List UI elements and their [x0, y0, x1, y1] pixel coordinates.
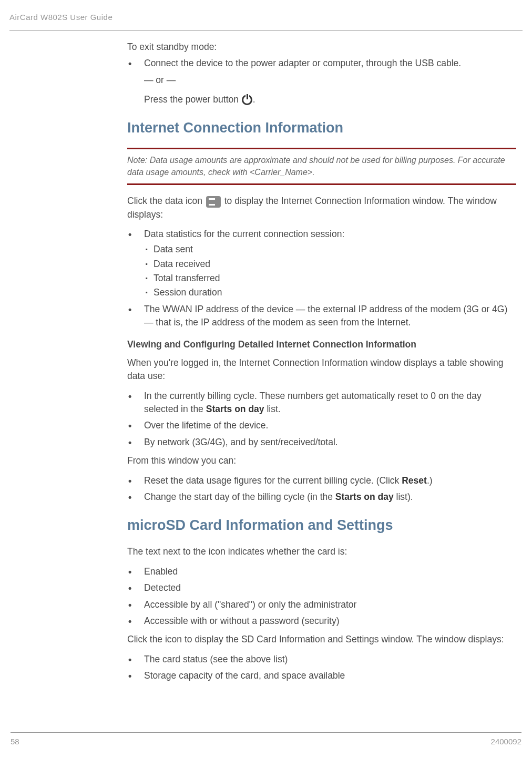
exit-standby-list: Connect the device to the power adapter …: [127, 57, 516, 106]
page-content: To exit standby mode: Connect the device…: [0, 31, 532, 683]
power-icon: [242, 95, 252, 105]
sub-item-duration: Session duration: [144, 286, 516, 299]
list-item-detected: Detected: [127, 581, 516, 595]
doc-number: 2400092: [491, 736, 521, 747]
list-item: In the currently billing cycle. These nu…: [127, 390, 516, 416]
reset-label: Reset: [402, 475, 427, 486]
press-power-post: .: [253, 94, 255, 105]
reset-post: .): [427, 475, 433, 486]
list-item-storage: Storage capacity of the card, and space …: [127, 669, 516, 682]
page-footer: 58 2400092: [0, 732, 532, 747]
microsd-heading: microSD Card Information and Settings: [127, 515, 516, 536]
list-item-enabled: Enabled: [127, 565, 516, 578]
list-item: Connect the device to the power adapter …: [127, 57, 516, 106]
sub-item-sent: Data sent: [144, 243, 516, 256]
list-item-wwan: The WWAN IP address of the device — the …: [127, 303, 516, 330]
stats-intro: Data statistics for the current connecti…: [144, 229, 344, 239]
starts-on-day-1: Starts on day: [206, 404, 264, 414]
click-pre: Click the data icon: [127, 196, 205, 206]
from-window-para: From this window you can:: [127, 454, 516, 467]
billing-pre: In the currently billing cycle. These nu…: [144, 391, 482, 414]
data-use-list: In the currently billing cycle. These nu…: [127, 390, 516, 449]
exit-standby-intro: To exit standby mode:: [127, 40, 516, 54]
press-power-line: Press the power button .: [144, 93, 516, 106]
list-item-password: Accessible with or without a password (s…: [127, 614, 516, 628]
header-title: AirCard W802S User Guide: [9, 13, 112, 22]
note-bottom-rule: [127, 183, 516, 185]
note-top-rule: [127, 148, 516, 149]
list-item-lifetime: Over the lifetime of the device.: [127, 419, 516, 432]
footer-rule: [11, 732, 521, 733]
reset-pre: Reset the data usage figures for the cur…: [144, 475, 402, 486]
window-displays-list: Data statistics for the current connecti…: [127, 228, 516, 330]
connect-device-text: Connect the device to the power adapter …: [144, 58, 461, 68]
note-label: Note:: [127, 156, 147, 165]
logged-in-para: When you're logged in, the Internet Conn…: [127, 356, 516, 383]
press-power-pre: Press the power button: [144, 94, 241, 105]
stats-sub-list: Data sent Data received Total transferre…: [144, 243, 516, 300]
billing-post: list.: [264, 404, 281, 414]
sd-window-list: The card status (see the above list) Sto…: [127, 653, 516, 683]
change-post: list).: [394, 491, 413, 502]
or-separator: — or —: [144, 74, 516, 87]
viewing-configuring-subheading: Viewing and Configuring Detailed Interne…: [127, 338, 516, 351]
page-number: 58: [11, 736, 19, 747]
sub-item-total: Total transferred: [144, 272, 516, 285]
list-item: Change the start day of the billing cycl…: [127, 490, 516, 504]
microsd-intro: The text next to the icon indicates whet…: [127, 545, 516, 558]
sub-item-received: Data received: [144, 258, 516, 271]
starts-on-day-2: Starts on day: [335, 491, 394, 502]
internet-connection-heading: Internet Connection Information: [127, 118, 516, 138]
note-text: Data usage amounts are approximate and s…: [127, 156, 505, 176]
list-item-card-status: The card status (see the above list): [127, 653, 516, 666]
note-block: Note: Data usage amounts are approximate…: [127, 155, 516, 178]
click-data-icon-para: Click the data icon to display the Inter…: [127, 194, 516, 221]
data-icon: [206, 196, 221, 208]
page-header: AirCard W802S User Guide: [0, 0, 532, 28]
list-item: Data statistics for the current connecti…: [127, 228, 516, 300]
list-item-shared: Accessible by all ("shared") or only the…: [127, 598, 516, 611]
list-item-by-network: By network (3G/4G), and by sent/received…: [127, 436, 516, 449]
list-item: Reset the data usage figures for the cur…: [127, 474, 516, 487]
from-window-list: Reset the data usage figures for the cur…: [127, 474, 516, 504]
footer-content: 58 2400092: [11, 736, 521, 747]
click-icon-para: Click the icon to display the SD Card In…: [127, 633, 516, 646]
change-pre: Change the start day of the billing cycl…: [144, 491, 335, 502]
card-status-list: Enabled Detected Accessible by all ("sha…: [127, 565, 516, 628]
